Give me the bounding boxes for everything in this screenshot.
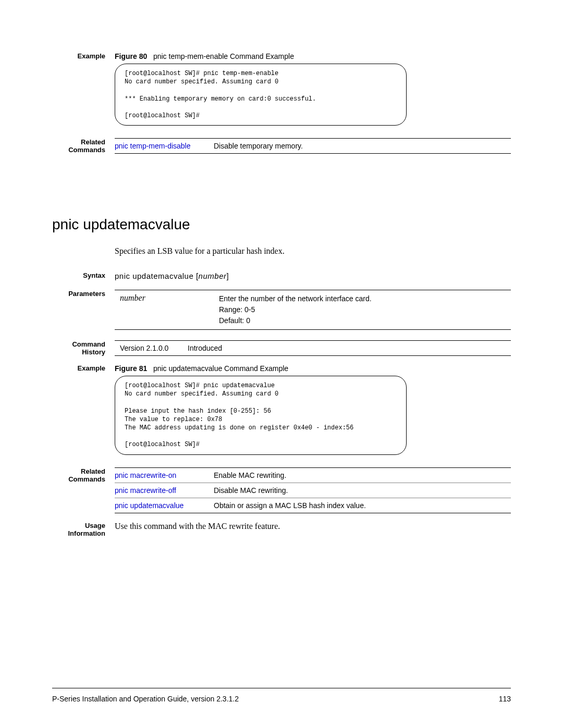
label-related-commands: Related Commands	[52, 138, 115, 154]
parameter-description: Enter the number of the network interfac…	[219, 293, 506, 326]
label-related-l2: Commands	[52, 146, 105, 154]
related-command-desc: Disable MAC rewriting.	[214, 486, 511, 495]
label-related-l2: Commands	[52, 475, 105, 483]
sec2-related-content: pnic macrewrite-on Enable MAC rewriting.…	[115, 467, 511, 513]
related-command-link[interactable]: pnic updatemacvalue	[115, 501, 214, 510]
history-note: Introduced	[188, 344, 222, 352]
divider	[115, 153, 511, 154]
figure-80-text: pnic temp-mem-enable Command Example	[153, 52, 294, 60]
label-history-l2: History	[52, 348, 105, 356]
label-usage-l1: Usage	[52, 522, 105, 529]
footer-title: P-Series Installation and Operation Guid…	[52, 695, 239, 703]
param-desc-line1: Enter the number of the network interfac…	[219, 293, 506, 304]
related-command-desc: Disable temporary memory.	[214, 142, 511, 150]
terminal-output-81: [root@localhost SW]# pnic updatemacvalue…	[115, 376, 407, 455]
sec1-related-content: pnic temp-mem-disable Disable temporary …	[115, 138, 511, 154]
label-command-history: Command History	[52, 340, 115, 356]
syntax-content: pnic updatemacvalue [number]	[115, 272, 511, 280]
history-entry: Version 2.1.0.0 Introduced	[115, 341, 511, 355]
param-desc-line2: Range: 0-5	[219, 304, 506, 315]
label-history-l1: Command	[52, 340, 105, 348]
page-body: Example Figure 80 pnic temp-mem-enable C…	[0, 0, 563, 688]
usage-text: Use this command with the MAC rewrite fe…	[115, 522, 511, 531]
label-syntax: Syntax	[52, 272, 115, 279]
related-command-link[interactable]: pnic macrewrite-on	[115, 471, 214, 479]
parameters-content: number Enter the number of the network i…	[115, 290, 511, 330]
label-usage-information: Usage Information	[52, 522, 115, 537]
sec1-example-row: Example Figure 80 pnic temp-mem-enable C…	[52, 52, 511, 126]
label-related-commands: Related Commands	[52, 467, 115, 483]
related-command-row: pnic updatemacvalue Obtain or assign a M…	[115, 498, 511, 513]
divider	[115, 355, 511, 356]
syntax-command: pnic updatemacvalue	[115, 272, 193, 280]
sec2-example-row: Example Figure 81 pnic updatemacvalue Co…	[52, 364, 511, 455]
parameters-row: Parameters number Enter the number of th…	[52, 290, 511, 330]
divider	[115, 513, 511, 513]
related-command-link[interactable]: pnic macrewrite-off	[115, 486, 214, 495]
related-command-desc: Obtain or assign a MAC LSB hash index va…	[214, 501, 511, 510]
parameter-row: number Enter the number of the network i…	[115, 290, 511, 329]
label-example: Example	[52, 52, 115, 60]
label-related-l1: Related	[52, 467, 105, 475]
footer-page-number: 113	[499, 695, 511, 703]
param-desc-line3: Default: 0	[219, 315, 506, 326]
related-command-row: pnic temp-mem-disable Disable temporary …	[115, 139, 511, 153]
section-intro: Specifies an LSB value for a particular …	[115, 246, 511, 256]
usage-row: Usage Information Use this command with …	[52, 522, 511, 537]
label-related-l1: Related	[52, 138, 105, 146]
related-command-link[interactable]: pnic temp-mem-disable	[115, 142, 214, 150]
figure-81-text: pnic updatemacvalue Command Example	[153, 364, 288, 373]
history-content: Version 2.1.0.0 Introduced	[115, 340, 511, 356]
related-command-row: pnic macrewrite-on Enable MAC rewriting.	[115, 468, 511, 483]
related-command-row: pnic macrewrite-off Disable MAC rewritin…	[115, 483, 511, 498]
sec1-example-content: Figure 80 pnic temp-mem-enable Command E…	[115, 52, 511, 126]
parameter-name: number	[120, 293, 219, 326]
sec2-related-row: Related Commands pnic macrewrite-on Enab…	[52, 467, 511, 513]
history-row: Command History Version 2.1.0.0 Introduc…	[52, 340, 511, 356]
figure-80-prefix: Figure 80	[115, 52, 147, 60]
figure-81-prefix: Figure 81	[115, 364, 147, 373]
figure-80-caption: Figure 80 pnic temp-mem-enable Command E…	[115, 52, 511, 60]
syntax-row: Syntax pnic updatemacvalue [number]	[52, 272, 511, 280]
label-usage-l2: Information	[52, 529, 105, 537]
sec1-related-row: Related Commands pnic temp-mem-disable D…	[52, 138, 511, 154]
related-command-desc: Enable MAC rewriting.	[214, 471, 511, 479]
label-example: Example	[52, 364, 115, 372]
history-version: Version 2.1.0.0	[120, 344, 188, 352]
page-footer: P-Series Installation and Operation Guid…	[52, 688, 511, 703]
section-heading: pnic updatemacvalue	[52, 216, 511, 233]
label-parameters: Parameters	[52, 290, 115, 298]
divider	[115, 329, 511, 330]
figure-81-caption: Figure 81 pnic updatemacvalue Command Ex…	[115, 364, 511, 373]
terminal-output-80: [root@localhost SW]# pnic temp-mem-enabl…	[115, 64, 407, 126]
sec2-example-content: Figure 81 pnic updatemacvalue Command Ex…	[115, 364, 511, 455]
syntax-argument: number	[199, 272, 227, 280]
